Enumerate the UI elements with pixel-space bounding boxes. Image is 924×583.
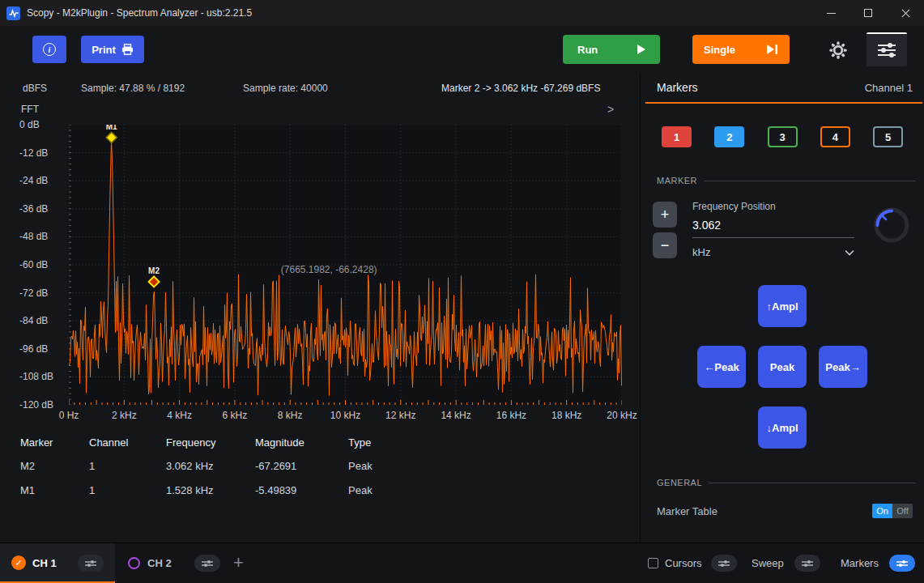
x-axis-tick-label: 18 kHz: [551, 410, 581, 421]
markers-settings-button[interactable]: [889, 555, 915, 572]
sliders-icon: [896, 560, 909, 568]
marker-table-cell: 1: [89, 460, 166, 472]
settings-gear-button[interactable]: [828, 40, 849, 61]
marker-select-button-5[interactable]: 5: [873, 126, 903, 147]
marker-table-body: M213.062 kHz-67.2691PeakM111.528 kHz-5.4…: [20, 453, 620, 502]
marker-table-header-cell: Type: [348, 436, 405, 449]
spectrum-plot[interactable]: (7665.1982, -66.2428)M1M2: [69, 125, 622, 405]
info-button[interactable]: i: [32, 36, 66, 63]
channel-1-tab[interactable]: ✓ CH 1: [0, 543, 115, 583]
marker-select-button-4[interactable]: 4: [820, 126, 850, 147]
y-axis-tick-label: -48 dB: [19, 231, 48, 242]
marker-table-header-cell: Frequency: [166, 436, 255, 449]
sweep-settings-button[interactable]: [794, 555, 820, 572]
amplitude-up-button[interactable]: ↑Ampl: [758, 285, 807, 327]
maximize-icon: [864, 9, 872, 17]
minimize-icon: [827, 13, 836, 14]
cursors-label: Cursors: [665, 557, 702, 569]
run-button[interactable]: Run: [563, 35, 660, 64]
channel-2-label[interactable]: CH 2: [147, 557, 172, 569]
play-icon: [637, 45, 645, 54]
panel-toggle-button[interactable]: [867, 32, 907, 66]
y-axis-tick-label: -108 dB: [19, 371, 53, 382]
y-axis-tick-label: -120 dB: [19, 399, 53, 411]
channel-2-settings-button[interactable]: [194, 555, 220, 572]
marker-select-button-2[interactable]: 2: [714, 126, 744, 147]
spectrum-plot-svg: (7665.1982, -66.2428)M1M2: [69, 125, 622, 405]
marker-table-cell: -5.49839: [255, 484, 348, 496]
marker-table-cell: -67.2691: [255, 460, 348, 472]
y-axis-labels: 0 dB-12 dB-24 dB-36 dB-48 dB-60 dB-72 dB…: [19, 125, 66, 405]
toggle-off-button[interactable]: Off: [892, 504, 913, 518]
info-icon: i: [43, 43, 56, 56]
panel-accent-rule: [645, 102, 922, 104]
channel-1-settings-button[interactable]: [78, 555, 104, 572]
frequency-knob[interactable]: [872, 206, 911, 245]
add-channel-button[interactable]: +: [233, 552, 244, 573]
peak-button[interactable]: Peak: [758, 346, 807, 388]
run-button-label: Run: [577, 44, 598, 56]
y-axis-tick-label: -60 dB: [19, 259, 48, 270]
peak-right-button[interactable]: Peak→: [819, 346, 867, 388]
window-controls: [812, 0, 924, 26]
marker-select-button-1[interactable]: 1: [662, 126, 692, 147]
titlebar[interactable]: Scopy - M2kPlugin - Spectrum Analyzer - …: [0, 0, 924, 26]
x-axis-tick-label: 14 kHz: [441, 410, 471, 421]
peak-left-button[interactable]: ←Peak: [697, 346, 746, 388]
marker-table-cell: 1: [89, 484, 166, 496]
amplitude-down-button[interactable]: ↓Ampl: [758, 406, 807, 449]
frequency-value-input[interactable]: 3.062: [692, 219, 854, 238]
marker-select-buttons: 12345: [662, 126, 903, 147]
cursors-settings-button[interactable]: [711, 555, 737, 572]
cursor-position-annotation: (7665.1982, -66.2428): [281, 264, 377, 275]
x-axis-tick-label: 10 kHz: [330, 410, 360, 421]
app-window: Scopy - M2kPlugin - Spectrum Analyzer - …: [0, 0, 924, 583]
channel-1-label: CH 1: [32, 557, 57, 569]
chevron-down-icon: [845, 249, 854, 256]
minimize-button[interactable]: [812, 0, 849, 26]
marker-table-row[interactable]: M111.528 kHz-5.49839Peak: [20, 478, 620, 502]
single-button[interactable]: Single: [692, 35, 790, 64]
cursors-checkbox[interactable]: [648, 558, 658, 568]
markers-label: Markers: [841, 557, 879, 569]
toggle-on-button[interactable]: On: [872, 504, 892, 518]
channel-2-disabled-icon[interactable]: [128, 557, 140, 569]
print-button-label: Print: [92, 44, 116, 56]
sweep-label: Sweep: [752, 557, 784, 569]
chevron-right-icon[interactable]: >: [607, 103, 614, 116]
marker-table-header-cell: Magnitude: [255, 436, 348, 449]
gear-icon: [828, 40, 849, 61]
x-axis-tick-label: 4 kHz: [167, 410, 192, 421]
marker-table-cell: Peak: [348, 484, 405, 496]
marker-table-cell: 1.528 kHz: [166, 484, 255, 496]
marker-table: MarkerChannelFrequencyMagnitudeType M213…: [20, 431, 620, 502]
markers-panel: Markers Channel 1 12345 MARKER + − Frequ…: [640, 73, 924, 543]
panel-channel-label: Channel 1: [865, 82, 913, 94]
channel-1-enabled-icon[interactable]: ✓: [11, 555, 26, 570]
close-button[interactable]: [887, 0, 924, 26]
frequency-unit-dropdown[interactable]: kHz: [692, 246, 854, 258]
maximize-button[interactable]: [849, 0, 887, 26]
sliders-icon: [876, 42, 897, 58]
marker-select-button-3[interactable]: 3: [768, 126, 798, 147]
frequency-decrement-button[interactable]: −: [653, 232, 677, 258]
sample-status-label: Sample: 47.88 % / 8192: [81, 83, 185, 94]
bottom-bar: ✓ CH 1 CH 2 + Cursors Sw: [0, 543, 924, 583]
print-button[interactable]: Print: [81, 36, 144, 63]
frequency-increment-button[interactable]: +: [653, 202, 677, 228]
frequency-position-label: Frequency Position: [692, 201, 776, 212]
toolbar: i Print Run Single: [0, 26, 924, 73]
scopy-logo-icon: [6, 6, 20, 20]
panel-title: Markers: [657, 81, 698, 94]
marker-table-toggle: On Off: [872, 504, 913, 518]
marker-readout-label: Marker 2 -> 3.062 kHz -67.269 dBFS: [441, 83, 600, 94]
fft-axis-title: FFT: [21, 104, 39, 115]
y-axis-tick-label: -24 dB: [19, 175, 48, 186]
y-axis-tick-label: -12 dB: [19, 147, 48, 159]
y-axis-tick-label: -96 dB: [19, 343, 48, 355]
sliders-icon: [717, 560, 730, 568]
marker-table-row[interactable]: M213.062 kHz-67.2691Peak: [20, 453, 620, 478]
marker-label-M1: M1: [106, 125, 117, 131]
marker-table-toggle-label: Marker Table: [657, 505, 717, 517]
general-section-label: GENERAL: [657, 478, 702, 487]
